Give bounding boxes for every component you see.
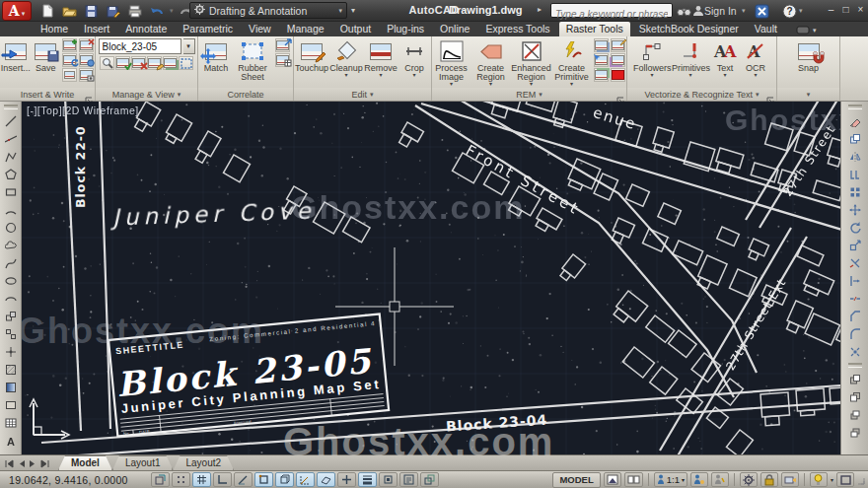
plot-icon[interactable] xyxy=(126,3,143,19)
image-select-combo[interactable]: Block_23-05 xyxy=(99,38,181,54)
touchup-button[interactable]: Touchup xyxy=(295,38,328,73)
image-attach-icon[interactable] xyxy=(62,38,77,52)
image-reload-icon[interactable] xyxy=(62,53,77,67)
open-icon[interactable] xyxy=(61,3,78,19)
undo-caret-icon[interactable]: ▾ xyxy=(170,7,174,15)
chamfer-icon[interactable] xyxy=(846,309,863,324)
rectangle-icon[interactable] xyxy=(2,184,19,200)
toolbar-grip[interactable] xyxy=(848,105,862,109)
zoom-to-image-icon[interactable] xyxy=(100,56,114,70)
resize-grip[interactable] xyxy=(857,471,865,488)
revision-cloud-icon[interactable] xyxy=(2,238,19,253)
new-icon[interactable] xyxy=(39,3,56,19)
followers-button[interactable]: Followers ▾ xyxy=(633,38,671,78)
image-frame-icon[interactable] xyxy=(179,56,193,70)
image-detach-icon[interactable] xyxy=(79,38,94,52)
tab-view[interactable]: View xyxy=(242,22,278,36)
last-tab-icon[interactable] xyxy=(39,459,50,468)
sign-in-button[interactable]: Sign In xyxy=(704,5,737,17)
send-to-back-icon[interactable] xyxy=(846,389,863,405)
object-snap-tracking-toggle[interactable] xyxy=(296,472,315,487)
tab-output[interactable]: Output xyxy=(333,22,379,36)
bring-to-front-icon[interactable] xyxy=(846,372,863,387)
rotate-icon[interactable] xyxy=(846,220,863,236)
minimize-button[interactable]: – xyxy=(825,4,837,16)
send-under-icon[interactable] xyxy=(846,425,863,441)
transparency-toggle[interactable] xyxy=(379,472,398,487)
selection-cycling-toggle[interactable] xyxy=(420,472,439,487)
break-icon[interactable] xyxy=(846,291,863,307)
hatch-icon[interactable] xyxy=(2,362,19,378)
bring-above-icon[interactable] xyxy=(846,407,863,423)
tab-manage[interactable]: Manage xyxy=(280,22,331,36)
exchange-apps-icon[interactable] xyxy=(754,3,769,19)
cleanup-button[interactable]: Cleanup ▾ xyxy=(329,38,363,78)
image-thumbnail-icon[interactable] xyxy=(62,68,77,82)
scale-icon[interactable] xyxy=(846,238,863,253)
rem-color-swatch[interactable] xyxy=(611,68,625,82)
undo-icon[interactable] xyxy=(148,3,165,19)
help-icon[interactable]: ? xyxy=(781,3,797,19)
clean-screen-button[interactable] xyxy=(836,472,854,487)
workspace-switcher[interactable]: Drafting & Annotation ▾ xyxy=(189,2,347,19)
tab-annotate[interactable]: Annotate xyxy=(118,22,174,36)
dialog-launcher-icon[interactable] xyxy=(616,91,624,99)
next-tab-icon[interactable] xyxy=(29,459,36,468)
dialog-launcher-icon[interactable] xyxy=(766,91,774,99)
region-pointer-icon[interactable] xyxy=(594,53,609,67)
construction-line-icon[interactable] xyxy=(2,131,19,147)
tab-model[interactable]: Model xyxy=(58,455,112,470)
snap-mode-toggle[interactable] xyxy=(172,472,190,487)
edit-image-icon[interactable] xyxy=(147,56,162,70)
tab-home[interactable]: Home xyxy=(34,22,75,36)
remove-button[interactable]: Remove ▾ xyxy=(364,38,398,78)
dialog-launcher-icon[interactable] xyxy=(85,91,93,99)
copy-icon[interactable] xyxy=(846,131,863,147)
tab-raster-tools[interactable]: Raster Tools xyxy=(559,22,630,36)
insert-button[interactable]: Insert... xyxy=(0,38,31,73)
quick-view-drawings-icon[interactable] xyxy=(604,472,621,487)
line-icon[interactable] xyxy=(2,113,19,129)
combo-dropdown-icon[interactable]: ▾ xyxy=(183,38,195,54)
quick-view-layouts-icon[interactable] xyxy=(624,472,643,487)
polar-tracking-toggle[interactable] xyxy=(234,472,253,487)
dynamic-input-toggle[interactable] xyxy=(337,472,356,487)
object-snap-3d-toggle[interactable] xyxy=(275,472,294,487)
image-unload-icon[interactable] xyxy=(79,53,94,67)
tab-layout1[interactable]: Layout1 xyxy=(112,455,174,470)
rubber-sheet-button[interactable]: Rubber Sheet xyxy=(233,38,272,82)
spline-icon[interactable] xyxy=(2,255,19,271)
vectorize-text-button[interactable]: AA Text ▾ xyxy=(710,38,740,78)
viewport-controls[interactable]: [-][Top][2D Wireframe] xyxy=(27,105,139,116)
sign-in-caret-icon[interactable]: ▾ xyxy=(742,7,746,15)
tab-online[interactable]: Online xyxy=(433,22,476,36)
maximize-button[interactable]: □ xyxy=(839,4,852,16)
process-image-button[interactable]: Process Image ▾ xyxy=(432,38,470,87)
polyline-icon[interactable] xyxy=(2,149,19,165)
quick-properties-toggle[interactable] xyxy=(399,472,418,487)
performance-lightbulb-icon[interactable] xyxy=(810,472,828,487)
displace-icon[interactable] xyxy=(275,38,290,52)
save-as-icon[interactable] xyxy=(105,3,121,19)
annotation-visibility-icon[interactable] xyxy=(690,472,708,487)
workspace-switching-icon[interactable] xyxy=(740,472,758,487)
ortho-mode-toggle[interactable] xyxy=(213,472,232,487)
insert-block-icon[interactable] xyxy=(2,309,19,324)
region-icon[interactable] xyxy=(2,397,19,413)
search-binoculars-icon[interactable] xyxy=(676,3,691,19)
save-image-button[interactable]: Save xyxy=(32,38,59,73)
explode-icon[interactable] xyxy=(846,344,863,360)
offset-icon[interactable] xyxy=(846,167,863,182)
drawing-canvas[interactable]: [-][Top][2D Wireframe] xyxy=(22,102,840,454)
infer-constraints-toggle[interactable] xyxy=(151,472,170,487)
create-primitive-button[interactable]: Create Primitive ▾ xyxy=(552,38,591,87)
tab-parametric[interactable]: Parametric xyxy=(176,22,240,36)
model-space-button[interactable]: MODEL xyxy=(552,472,600,488)
annotation-autoscale-icon[interactable] xyxy=(711,472,729,487)
match-button[interactable]: Match xyxy=(200,38,232,73)
copy-image-icon[interactable] xyxy=(163,56,178,70)
hardware-acceleration-icon[interactable] xyxy=(781,472,799,487)
status-menu-caret[interactable]: ▾ xyxy=(831,476,833,483)
ellipse-icon[interactable] xyxy=(2,273,19,289)
tab-insert[interactable]: Insert xyxy=(77,22,116,36)
